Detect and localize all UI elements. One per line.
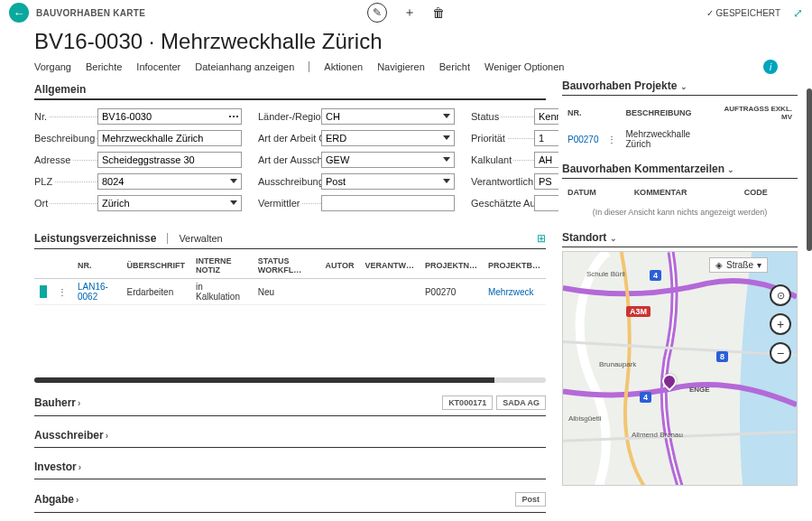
cell-projektn: P00270 (420, 279, 483, 305)
th-k-code[interactable]: CODE (741, 184, 796, 200)
input-beschreibung[interactable] (97, 130, 242, 146)
row-handle[interactable] (40, 285, 47, 298)
label-status: Status (471, 111, 501, 122)
th-projektn[interactable]: PROJEKTN… (420, 253, 483, 279)
th-notiz[interactable]: INTERNE NOTIZ (190, 253, 253, 279)
input-nr[interactable] (97, 108, 242, 125)
abgabe-value: Post (515, 492, 546, 507)
select-artausschr[interactable]: GEW (321, 152, 455, 168)
edit-icon[interactable]: ✎ (367, 3, 387, 23)
chevron-down-icon: ⌄ (727, 165, 734, 174)
menu-vorgang[interactable]: Vorgang (34, 61, 71, 72)
label-kalkulant: Kalkulant (471, 154, 513, 165)
th-verantw[interactable]: VERANTW… (359, 253, 420, 279)
map-type-selector[interactable]: ◈ Straße ▾ (709, 257, 768, 273)
row-menu-icon[interactable]: ⋮ (604, 126, 620, 152)
collapse-icon[interactable]: ⤢ (793, 6, 803, 20)
label-nr: Nr. (34, 111, 49, 122)
lv-verwalten[interactable]: Verwalten (179, 233, 222, 244)
select-prioritaet[interactable]: 1 (534, 130, 558, 146)
select-kalkulant[interactable]: AH (534, 152, 558, 168)
empty-message: (In dieser Ansicht kann nichts angezeigt… (562, 202, 798, 222)
cell-verantw (359, 279, 420, 305)
th-p-nr[interactable]: NR. (564, 101, 602, 125)
section-investor[interactable]: Investor› (34, 455, 546, 479)
standort-title[interactable]: Standort ⌄ (562, 231, 798, 247)
new-icon[interactable]: ＋ (403, 5, 416, 21)
kommentare-title[interactable]: Bauvorhaben Kommentarzeilen ⌄ (562, 163, 798, 179)
table-row[interactable]: ⋮ LAN16-0062 Erdarbeiten in Kalkulation … (34, 279, 546, 305)
menu-dateianhang[interactable]: Dateianhang anzeigen (195, 61, 294, 72)
section-allgemein: Allgemein (34, 79, 546, 100)
info-icon[interactable]: i (763, 60, 778, 74)
menu-weniger[interactable]: Weniger Optionen (484, 61, 564, 72)
select-land[interactable]: CH (321, 108, 455, 125)
map-label: Brunaupark (599, 360, 636, 368)
page-title: BV16-0030 · Mehrzweckhalle Zürich (0, 25, 812, 60)
menu-aktionen[interactable]: Aktionen (324, 61, 363, 72)
menu-navigieren[interactable]: Navigieren (377, 61, 425, 72)
select-status[interactable]: Kenntnis erl. (534, 108, 558, 125)
menu-separator (309, 61, 309, 72)
subhead-lv: Leistungsverzeichnisse Verwalten ⊞ (34, 228, 546, 249)
projekte-table: NR. BESCHREIBUNG AUFTRAGSS EXKL. MV P002… (562, 99, 798, 154)
expand-icon[interactable]: ⊞ (537, 232, 546, 245)
zoom-in-button[interactable]: + (770, 313, 791, 335)
cell-notiz: in Kalkulation (190, 279, 253, 305)
input-vermittler[interactable] (321, 195, 455, 211)
select-artarbeit[interactable]: ERD (321, 130, 455, 146)
th-k-datum[interactable]: DATUM (564, 184, 629, 200)
saved-indicator: ✓ GESPEICHERT (706, 8, 781, 18)
table-row[interactable]: P00270 ⋮ Mehrzweckhalle Zürich (564, 126, 796, 152)
cell-projektb[interactable]: Mehrzweck (483, 279, 546, 305)
th-status[interactable]: STATUS WORKFL… (253, 253, 320, 279)
menu-infocenter[interactable]: Infocenter (136, 61, 180, 72)
vertical-scrollbar[interactable] (807, 88, 812, 251)
th-k-kommentar[interactable]: KOMMENTAR (631, 184, 739, 200)
label-artausschr: Art der Ausschrei… (258, 154, 321, 165)
lv-title: Leistungsverzeichnisse (34, 232, 156, 245)
road-shield: 8 (716, 351, 728, 362)
chevron-right-icon: › (78, 398, 80, 408)
chevron-right-icon: › (78, 462, 81, 472)
label-beschreibung: Beschreibung (34, 133, 97, 144)
lv-table: NR. ÜBERSCHRIFT INTERNE NOTIZ STATUS WOR… (34, 253, 546, 305)
th-p-besch[interactable]: BESCHREIBUNG (622, 101, 715, 125)
select-verantwortlich[interactable]: PS (534, 173, 558, 190)
th-p-auftrag[interactable]: AUFTRAGSS EXKL. MV (716, 101, 796, 125)
menu-berichte[interactable]: Berichte (86, 61, 122, 72)
label-ausschrsel: Ausschreibungsel… (258, 176, 321, 187)
input-adresse[interactable] (97, 152, 242, 168)
p-cell-besch: Mehrzweckhalle Zürich (622, 126, 715, 152)
th-nr[interactable]: NR. (72, 253, 122, 279)
th-ueberschrift[interactable]: ÜBERSCHRIFT (122, 253, 191, 279)
th-autor[interactable]: AUTOR (320, 253, 360, 279)
cell-nr[interactable]: LAN16-0062 (72, 279, 122, 305)
menubar: Vorgang Berichte Infocenter Dateianhang … (0, 60, 812, 79)
p-cell-nr[interactable]: P00270 (564, 126, 602, 152)
chevron-right-icon: › (106, 431, 108, 441)
delete-icon[interactable]: 🗑 (432, 5, 445, 20)
road-shield: 4 (640, 392, 651, 403)
projekte-title[interactable]: Bauvorhaben Projekte ⌄ (562, 79, 798, 96)
label-adresse: Adresse (34, 154, 72, 165)
section-bauherr[interactable]: Bauherr› KT000171 SADA AG (34, 390, 546, 416)
cell-status: Neu (253, 279, 320, 305)
section-abgabe[interactable]: Abgabe› Post (34, 487, 546, 513)
horizontal-scrollbar[interactable] (34, 377, 546, 383)
select-plz[interactable]: 8024 (97, 173, 242, 190)
label-plz: PLZ (34, 176, 54, 187)
locate-icon[interactable]: ⊙ (770, 284, 791, 306)
th-projektb[interactable]: PROJEKTB… (483, 253, 546, 279)
select-ort[interactable]: Zürich (97, 195, 242, 211)
divider (167, 233, 168, 244)
map[interactable]: ◈ Straße ▾ ⊙ + − 4 4 8 A3M Schule Bürli … (562, 251, 798, 486)
back-button[interactable]: ← (9, 3, 29, 23)
section-ausschreiber[interactable]: Ausschreiber› (34, 423, 546, 448)
select-ausschrsel[interactable]: Post (321, 173, 455, 190)
input-auftragswert[interactable] (534, 195, 558, 211)
zoom-out-button[interactable]: − (770, 342, 791, 364)
row-menu-icon[interactable]: ⋮ (52, 279, 72, 305)
map-label: Albisgüetli (568, 414, 601, 423)
menu-bericht[interactable]: Bericht (439, 61, 470, 72)
